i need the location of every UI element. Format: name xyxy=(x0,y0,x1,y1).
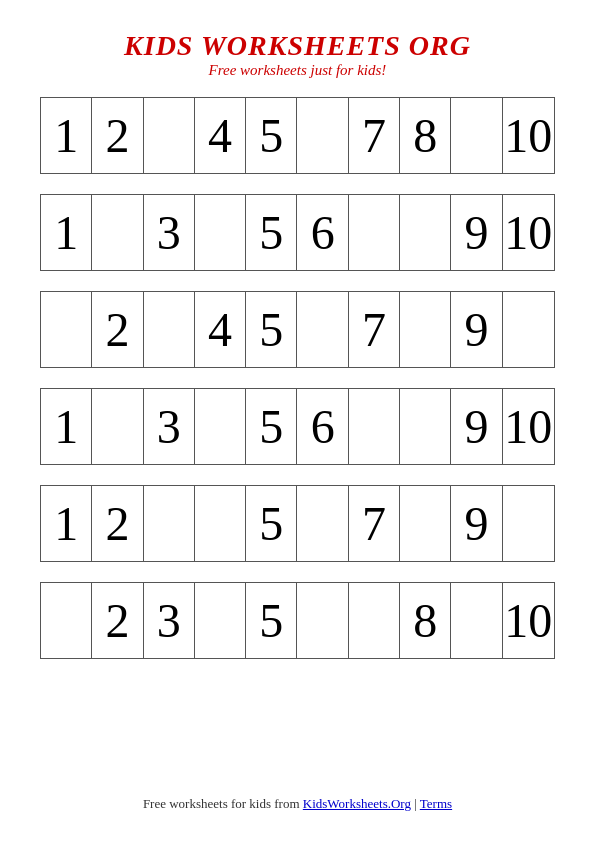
cell-r3-c2: 2 xyxy=(92,292,143,367)
cell-r1-c8: 8 xyxy=(400,98,451,173)
cell-r1-c5: 5 xyxy=(246,98,297,173)
cell-r2-c1: 1 xyxy=(41,195,92,270)
cell-r3-c10 xyxy=(503,292,554,367)
cell-r2-c10: 10 xyxy=(503,195,554,270)
cell-r1-c7: 7 xyxy=(349,98,400,173)
cell-r3-c4: 4 xyxy=(195,292,246,367)
site-subtitle: Free worksheets just for kids! xyxy=(124,62,471,79)
cell-r6-c2: 2 xyxy=(92,583,143,658)
cell-r1-c9 xyxy=(451,98,502,173)
cell-r5-c9: 9 xyxy=(451,486,502,561)
cell-r2-c5: 5 xyxy=(246,195,297,270)
cell-r4-c1: 1 xyxy=(41,389,92,464)
terms-link[interactable]: Terms xyxy=(420,796,452,811)
cell-r3-c7: 7 xyxy=(349,292,400,367)
cell-r5-c1: 1 xyxy=(41,486,92,561)
page-header: KIDS WORKSHEETS ORG Free worksheets just… xyxy=(124,30,471,79)
cell-r4-c8 xyxy=(400,389,451,464)
cell-r6-c9 xyxy=(451,583,502,658)
cell-r4-c9: 9 xyxy=(451,389,502,464)
cell-r5-c6 xyxy=(297,486,348,561)
cell-r4-c2 xyxy=(92,389,143,464)
cell-r3-c9: 9 xyxy=(451,292,502,367)
number-row-4: 1356910 xyxy=(40,388,555,465)
cell-r4-c10: 10 xyxy=(503,389,554,464)
cell-r1-c10: 10 xyxy=(503,98,554,173)
cell-r4-c4 xyxy=(195,389,246,464)
footer-text: Free worksheets for kids from xyxy=(143,796,303,811)
site-title: KIDS WORKSHEETS ORG xyxy=(124,30,471,62)
cell-r2-c2 xyxy=(92,195,143,270)
cell-r5-c10 xyxy=(503,486,554,561)
cell-r6-c5: 5 xyxy=(246,583,297,658)
cell-r6-c1 xyxy=(41,583,92,658)
cell-r1-c3 xyxy=(144,98,195,173)
cell-r5-c3 xyxy=(144,486,195,561)
cell-r3-c8 xyxy=(400,292,451,367)
cell-r4-c3: 3 xyxy=(144,389,195,464)
cell-r1-c4: 4 xyxy=(195,98,246,173)
cell-r1-c1: 1 xyxy=(41,98,92,173)
cell-r5-c4 xyxy=(195,486,246,561)
number-row-6: 235810 xyxy=(40,582,555,659)
cell-r4-c6: 6 xyxy=(297,389,348,464)
cell-r6-c10: 10 xyxy=(503,583,554,658)
number-row-2: 1356910 xyxy=(40,194,555,271)
cell-r6-c4 xyxy=(195,583,246,658)
number-row-1: 12457810 xyxy=(40,97,555,174)
cell-r6-c8: 8 xyxy=(400,583,451,658)
footer-link[interactable]: KidsWorksheets.Org xyxy=(303,796,411,811)
cell-r3-c5: 5 xyxy=(246,292,297,367)
cell-r2-c9: 9 xyxy=(451,195,502,270)
cell-r6-c7 xyxy=(349,583,400,658)
cell-r6-c6 xyxy=(297,583,348,658)
cell-r1-c2: 2 xyxy=(92,98,143,173)
page-footer: Free worksheets for kids from KidsWorksh… xyxy=(143,776,452,842)
cell-r3-c6 xyxy=(297,292,348,367)
cell-r5-c2: 2 xyxy=(92,486,143,561)
cell-r2-c6: 6 xyxy=(297,195,348,270)
footer-separator: | xyxy=(411,796,420,811)
cell-r3-c3 xyxy=(144,292,195,367)
cell-r3-c1 xyxy=(41,292,92,367)
cell-r1-c6 xyxy=(297,98,348,173)
cell-r5-c8 xyxy=(400,486,451,561)
cell-r5-c5: 5 xyxy=(246,486,297,561)
cell-r6-c3: 3 xyxy=(144,583,195,658)
cell-r2-c7 xyxy=(349,195,400,270)
cell-r4-c7 xyxy=(349,389,400,464)
worksheet-rows: 12457810135691024579135691012579235810 xyxy=(0,97,595,679)
number-row-5: 12579 xyxy=(40,485,555,562)
cell-r2-c3: 3 xyxy=(144,195,195,270)
cell-r2-c4 xyxy=(195,195,246,270)
cell-r5-c7: 7 xyxy=(349,486,400,561)
cell-r2-c8 xyxy=(400,195,451,270)
cell-r4-c5: 5 xyxy=(246,389,297,464)
number-row-3: 24579 xyxy=(40,291,555,368)
